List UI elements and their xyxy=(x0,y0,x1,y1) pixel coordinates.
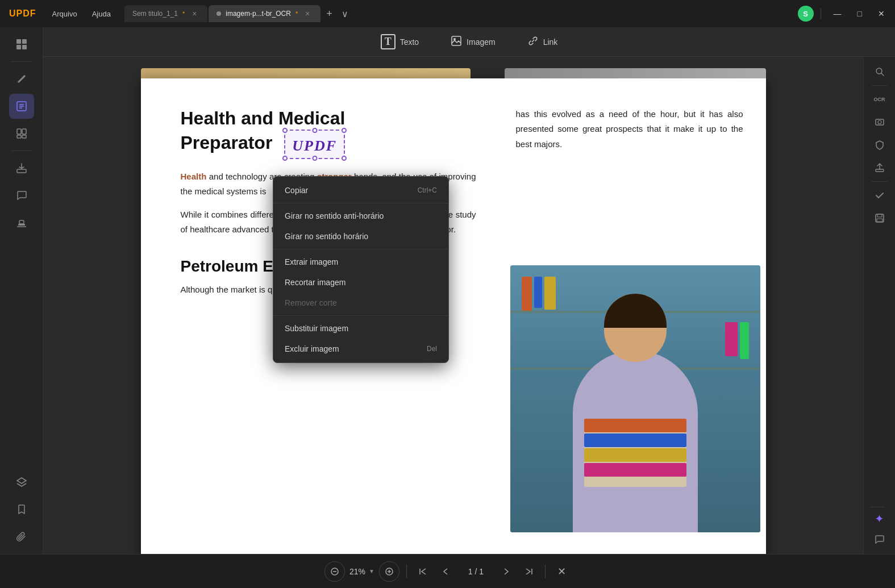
tab-1-modified: * xyxy=(182,10,185,17)
copy-shortcut: Ctrl+C xyxy=(418,186,437,194)
content-area: T Texto Imagem Link xyxy=(43,27,895,554)
right-sidebar-ocr[interactable]: OCR xyxy=(869,89,890,110)
svg-rect-16 xyxy=(452,36,461,45)
handle-br[interactable] xyxy=(342,156,347,161)
doc-title-line2: Preparator xyxy=(181,132,273,153)
text-the-3: the xyxy=(644,109,656,119)
held-book-4 xyxy=(584,463,686,477)
svg-rect-11 xyxy=(22,135,26,138)
nav-next-button[interactable] xyxy=(497,562,515,581)
sidebar-icon-organize[interactable] xyxy=(9,121,34,146)
handle-tm[interactable] xyxy=(312,128,317,133)
held-book-1 xyxy=(584,419,686,432)
sidebar-icon-edit[interactable] xyxy=(9,94,34,119)
person xyxy=(550,294,721,532)
context-menu-extract[interactable]: Extrair imagem xyxy=(273,252,448,272)
copy-label: Copiar xyxy=(285,186,308,195)
menu-ajuda[interactable]: Ajuda xyxy=(85,7,118,20)
right-divider-1 xyxy=(872,85,888,86)
sidebar-icon-comment[interactable] xyxy=(9,183,34,208)
svg-rect-1 xyxy=(22,39,27,44)
right-sidebar-ai[interactable]: ✦ xyxy=(869,508,890,529)
user-avatar[interactable]: S xyxy=(798,6,814,22)
right-sidebar-check[interactable] xyxy=(869,185,890,206)
bottom-close-button[interactable]: ✕ xyxy=(552,562,571,581)
right-sidebar-chat[interactable] xyxy=(869,529,890,549)
handle-bl[interactable] xyxy=(282,156,288,161)
sidebar-icon-attach[interactable] xyxy=(9,524,34,549)
svg-rect-14 xyxy=(19,220,24,224)
sidebar-icon-convert[interactable] xyxy=(9,156,34,181)
maximize-button[interactable]: □ xyxy=(852,7,868,20)
right-sidebar-protect[interactable] xyxy=(869,135,890,155)
sidebar-bottom xyxy=(9,470,34,549)
context-divider-3 xyxy=(273,315,448,316)
selected-image-logo: UPDF xyxy=(292,137,337,154)
book-4 xyxy=(740,322,749,359)
app-logo: UPDF xyxy=(5,9,41,19)
divider xyxy=(821,8,821,19)
svg-rect-9 xyxy=(22,129,26,134)
zoom-dropdown-arrow[interactable]: ▼ xyxy=(369,568,374,574)
book-1 xyxy=(522,277,532,311)
texto-icon: T xyxy=(381,34,396,49)
toolbar-link[interactable]: Link xyxy=(518,31,567,53)
sidebar-icon-thumbnails[interactable] xyxy=(9,32,34,57)
tab-2-modified: * xyxy=(295,10,298,17)
toolbar-imagem[interactable]: Imagem xyxy=(442,31,505,53)
image-selection-box[interactable]: UPDF xyxy=(284,130,345,159)
highlight-health: Health xyxy=(181,172,207,181)
tab-overflow-button[interactable]: ∨ xyxy=(338,6,352,22)
doc-right-text: has this evolved as a need of the hour, … xyxy=(516,107,743,152)
sidebar-icon-layers[interactable] xyxy=(9,470,34,495)
sidebar-icon-stamp[interactable] xyxy=(9,210,34,235)
doc-photo xyxy=(510,265,760,532)
left-sidebar xyxy=(0,27,43,554)
sidebar-icon-bookmark[interactable] xyxy=(9,497,34,522)
right-sidebar-scan[interactable] xyxy=(869,112,890,132)
context-menu-replace[interactable]: Substituir imagem xyxy=(273,318,448,339)
context-menu-crop[interactable]: Recortar imagem xyxy=(273,272,448,293)
selected-image-area[interactable]: UPDF xyxy=(284,130,345,159)
title-bar: UPDF Arquivo Ajuda Sem titulo_1_1 * × im… xyxy=(0,0,895,27)
crop-label: Recortar imagem xyxy=(285,278,345,287)
context-menu-copy[interactable]: Copiar Ctrl+C xyxy=(273,180,448,201)
doc-top-bar-right xyxy=(505,68,766,78)
handle-bm[interactable] xyxy=(312,156,317,161)
nav-prev-button[interactable] xyxy=(436,562,455,581)
right-sidebar-search[interactable] xyxy=(869,61,890,82)
minimize-button[interactable]: — xyxy=(828,7,847,20)
right-sidebar-share[interactable] xyxy=(869,157,890,178)
tab-1-close[interactable]: × xyxy=(189,9,199,19)
zoom-value: 21% xyxy=(349,567,365,576)
sidebar-divider-1 xyxy=(11,61,32,62)
book-2 xyxy=(534,277,542,308)
tab-add-button[interactable]: + xyxy=(322,6,337,22)
tab-1[interactable]: Sem titulo_1_1 * × xyxy=(124,5,207,22)
context-divider-1 xyxy=(273,203,448,203)
delete-shortcut: Del xyxy=(427,345,437,353)
zoom-in-button[interactable] xyxy=(379,561,399,582)
tab-2-close[interactable]: × xyxy=(302,9,313,19)
right-sidebar-save[interactable] xyxy=(869,208,890,228)
handle-tr[interactable] xyxy=(342,128,347,133)
toolbar-texto[interactable]: T Texto xyxy=(372,30,428,54)
text-that: that xyxy=(647,124,661,134)
handle-tl[interactable] xyxy=(282,128,288,133)
sidebar-icon-annotate[interactable] xyxy=(9,66,34,91)
right-sidebar-bottom: ✦ xyxy=(869,506,890,549)
document-scroll-area[interactable]: Health and Medical Preparator UPDF xyxy=(43,57,863,554)
nav-first-button[interactable] xyxy=(414,562,432,581)
tab-2[interactable]: imagem-p...t-br_OCR * × xyxy=(209,5,320,22)
menu-arquivo[interactable]: Arquivo xyxy=(45,7,84,20)
zoom-display: 21% ▼ xyxy=(349,567,374,576)
tab-2-label: imagem-p...t-br_OCR xyxy=(226,10,291,18)
context-menu-delete[interactable]: Excluir imagem Del xyxy=(273,339,448,359)
close-button[interactable]: ✕ xyxy=(872,7,890,20)
context-menu-rotate-ccw[interactable]: Girar no sentido anti-horário xyxy=(273,206,448,226)
svg-rect-22 xyxy=(876,169,884,172)
zoom-out-button[interactable] xyxy=(324,561,345,582)
context-menu-rotate-cw[interactable]: Girar no sentido horário xyxy=(273,226,448,247)
held-book-3 xyxy=(584,448,686,462)
nav-last-button[interactable] xyxy=(520,562,538,581)
